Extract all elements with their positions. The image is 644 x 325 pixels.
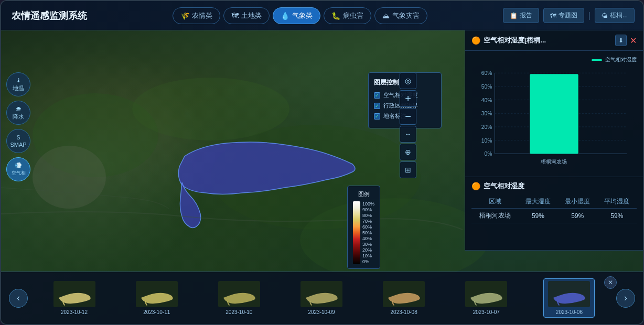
map-controls: ◎ + − ↔ ⊕ ⊞ [400, 72, 416, 178]
col-avg: 平均湿度 [597, 195, 637, 209]
report-icon: 📋 [510, 12, 518, 19]
svg-text:梧桐河农场: 梧桐河农场 [541, 159, 567, 165]
table-section: 🟠 空气相对湿度 区域 最大湿度 最小湿度 平均湿度 梧桐河农场 59% [465, 177, 643, 228]
chart-close-button[interactable]: ✕ [630, 36, 637, 46]
rain-icon: 🌧 [16, 105, 22, 112]
chart-area: 空气相对湿度 60% 50% 40% 30% [465, 51, 643, 177]
left-sidebar: 🌡 地温 🌧 降水 S SMAP 💨 空气相 [6, 72, 30, 181]
table-title: 空气相对湿度 [484, 181, 524, 191]
table-row: 梧桐河农场 59% 59% 59% [471, 209, 637, 223]
chart-title-icon: 🟠 [471, 36, 480, 45]
svg-text:0%: 0% [485, 151, 492, 157]
timeline-prev-button[interactable]: ‹ [9, 289, 28, 308]
right-panel: 🟠 空气相对湿度[梧桐... ⬇ ✕ 空气相对湿度 [465, 30, 643, 251]
timeline-date-1: 2023-10-11 [143, 309, 170, 315]
cell-max: 59% [518, 209, 557, 223]
cell-min: 59% [558, 209, 597, 223]
timeline-thumb-6 [548, 281, 590, 307]
layers-button[interactable]: ⊞ [400, 161, 416, 178]
timeline-item-2[interactable]: 2023-10-10 [214, 279, 264, 317]
app-title: 农情遥感监测系统 [1, 9, 98, 22]
tab-pest[interactable]: 🐛 病虫害 [324, 7, 371, 24]
svg-text:40%: 40% [481, 98, 492, 103]
report-button[interactable]: 📋 报告 [503, 8, 539, 23]
air-icon: 💨 [15, 162, 22, 169]
timeline-date-5: 2023-10-07 [473, 309, 500, 315]
disaster-icon: ⛰ [382, 12, 390, 20]
soil-icon: 🗺 [231, 12, 239, 20]
smap-icon: S [17, 135, 20, 140]
table-header-row: 🟠 空气相对湿度 [471, 181, 637, 191]
svg-text:60%: 60% [481, 70, 492, 76]
chart-download-button[interactable]: ⬇ [615, 35, 627, 46]
data-table: 区域 最大湿度 最小湿度 平均湿度 梧桐河农场 59% 59% 59% [471, 195, 637, 223]
location-button[interactable]: 🌤 梧桐... [595, 8, 635, 23]
legend-panel: 图例 100% 90% 80% 70% 60% 50% 40% 30% 20% … [347, 186, 380, 269]
nav-tabs: 🌾 农情类 🗺 土地类 💧 气象类 🐛 病虫害 ⛰ 气象灾害 [98, 7, 503, 24]
timeline-item-3[interactable]: 2023-10-09 [296, 279, 347, 317]
chart-svg-container: 60% 50% 40% 30% 20% 10% 0% 梧桐河农场 [471, 68, 637, 167]
timeline-date-2: 2023-10-10 [226, 309, 252, 315]
col-region: 区域 [471, 195, 518, 209]
climate-icon: 💧 [281, 12, 289, 20]
zoom-in-button[interactable]: + [400, 90, 416, 107]
measure-button[interactable]: ↔ [400, 126, 416, 143]
svg-text:20%: 20% [481, 124, 492, 130]
timeline-thumb-3 [300, 281, 342, 307]
timeline-item-1[interactable]: 2023-10-11 [132, 279, 182, 317]
legend-bar: 100% 90% 80% 70% 60% 50% 40% 30% 20% 10%… [353, 201, 374, 264]
svg-text:50%: 50% [481, 84, 492, 90]
timeline-thumb-0 [53, 281, 95, 307]
legend-gradient [353, 201, 360, 264]
tab-agriculture[interactable]: 🌾 农情类 [173, 7, 220, 24]
nav-right: 📋 报告 🗺 专题图 | 🌤 梧桐... [503, 8, 643, 23]
table-title-icon: 🟠 [471, 182, 480, 190]
checkbox-admin-boundary[interactable]: ✓ [374, 103, 380, 109]
agriculture-icon: 🌾 [180, 12, 189, 20]
cell-avg: 59% [597, 209, 637, 223]
timeline-thumb-1 [136, 281, 178, 307]
locate-button[interactable]: ◎ [400, 72, 416, 89]
legend-title: 图例 [353, 190, 374, 198]
timeline-thumb-4 [383, 281, 425, 307]
table-header: 区域 最大湿度 最小湿度 平均湿度 [471, 195, 637, 209]
special-map-button[interactable]: 🗺 专题图 [543, 8, 584, 23]
tab-soil[interactable]: 🗺 土地类 [223, 7, 270, 24]
chart-title: 空气相对湿度[梧桐... [484, 36, 612, 45]
timeline-items: 2023-10-12 2023-10-11 [28, 278, 616, 318]
app-container: 农情遥感监测系统 🌾 农情类 🗺 土地类 💧 气象类 🐛 病虫害 ⛰ 气象灾害 [0, 0, 644, 325]
col-max: 最大湿度 [518, 195, 557, 209]
svg-text:30%: 30% [481, 111, 492, 116]
checkbox-air-humidity[interactable]: ✓ [374, 92, 380, 99]
timeline-date-4: 2023-10-08 [391, 309, 417, 315]
chart-header-btns: ⬇ ✕ [615, 35, 637, 46]
cell-region: 梧桐河农场 [471, 209, 518, 223]
legend-dot [592, 59, 602, 61]
sidebar-btn-smap[interactable]: S SMAP [6, 129, 30, 153]
sidebar-btn-air[interactable]: 💨 空气相 [6, 157, 30, 181]
target-button[interactable]: ⊕ [400, 144, 416, 160]
sidebar-btn-rain[interactable]: 🌧 降水 [6, 101, 30, 125]
svg-rect-27 [530, 74, 578, 154]
tab-climate[interactable]: 💧 气象类 [273, 7, 320, 24]
timeline-item-5[interactable]: 2023-10-07 [461, 279, 511, 317]
checkbox-place-label[interactable]: ✓ [374, 113, 380, 120]
zoom-out-button[interactable]: − [400, 108, 416, 125]
timeline-item-0[interactable]: 2023-10-12 [49, 279, 100, 317]
chart-header: 🟠 空气相对湿度[梧桐... ⬇ ✕ [465, 30, 643, 51]
nav-divider: | [588, 11, 591, 20]
chart-legend: 空气相对湿度 [471, 56, 637, 63]
top-nav: 农情遥感监测系统 🌾 农情类 🗺 土地类 💧 气象类 🐛 病虫害 ⛰ 气象灾害 [1, 1, 643, 30]
timeline-close-button[interactable]: ✕ [604, 276, 617, 289]
tab-disaster[interactable]: ⛰ 气象灾害 [374, 7, 427, 24]
timeline-next-button[interactable]: › [616, 289, 635, 308]
timeline-strip: ✕ ‹ 2023-10-12 [1, 272, 643, 324]
pest-icon: 🐛 [331, 12, 340, 20]
timeline-item-4[interactable]: 2023-10-08 [379, 279, 429, 317]
special-icon: 🗺 [550, 12, 556, 19]
sidebar-btn-temp[interactable]: 🌡 地温 [6, 72, 30, 96]
timeline-item-6[interactable]: 2023-10-06 [543, 278, 595, 318]
timeline-date-0: 2023-10-12 [61, 309, 88, 315]
timeline-date-3: 2023-10-09 [308, 309, 335, 315]
weather-icon: 🌤 [602, 12, 608, 19]
